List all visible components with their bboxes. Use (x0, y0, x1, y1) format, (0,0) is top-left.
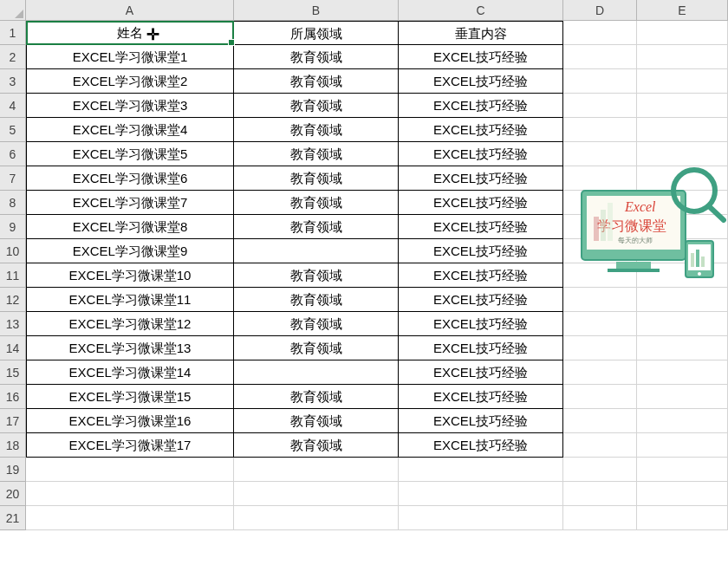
cell-C7[interactable]: EXCEL技巧经验 (399, 166, 563, 191)
cell-A21[interactable] (26, 506, 234, 530)
cell-B15[interactable] (234, 360, 399, 385)
cell-C18[interactable]: EXCEL技巧经验 (399, 433, 563, 458)
cell-E14[interactable] (637, 336, 728, 360)
cell-A16[interactable]: EXCEL学习微课堂15 (26, 385, 234, 409)
cell-A14[interactable]: EXCEL学习微课堂13 (26, 336, 234, 360)
cell-B16[interactable]: 教育领域 (234, 385, 399, 409)
cell-D1[interactable] (563, 21, 637, 45)
cell-E7[interactable] (637, 166, 728, 191)
cell-A1[interactable] (26, 21, 234, 45)
cell-B17[interactable]: 教育领域 (234, 409, 399, 433)
cell-D11[interactable] (563, 263, 637, 288)
cell-D4[interactable] (563, 94, 637, 118)
cell-A5[interactable]: EXCEL学习微课堂4 (26, 118, 234, 142)
row-header-10[interactable]: 10 (0, 239, 26, 263)
cell-B7[interactable]: 教育领域 (234, 166, 399, 191)
cell-D10[interactable] (563, 239, 637, 263)
cell-C19[interactable] (399, 458, 563, 482)
cell-E13[interactable] (637, 312, 728, 336)
cell-E1[interactable] (637, 21, 728, 45)
row-header-17[interactable]: 17 (0, 409, 26, 433)
row-header-1[interactable]: 1 (0, 21, 26, 45)
cell-E10[interactable] (637, 239, 728, 263)
cell-D12[interactable] (563, 288, 637, 312)
cell-B11[interactable]: 教育领域 (234, 263, 399, 288)
cell-E15[interactable] (637, 360, 728, 385)
cell-B2[interactable]: 教育领域 (234, 45, 399, 69)
cell-A8[interactable]: EXCEL学习微课堂7 (26, 191, 234, 215)
row-header-18[interactable]: 18 (0, 433, 26, 458)
row-header-15[interactable]: 15 (0, 360, 26, 385)
cell-B9[interactable]: 教育领域 (234, 215, 399, 239)
cell-A2[interactable]: EXCEL学习微课堂1 (26, 45, 234, 69)
row-header-4[interactable]: 4 (0, 94, 26, 118)
row-header-6[interactable]: 6 (0, 142, 26, 166)
cell-D5[interactable] (563, 118, 637, 142)
cell-D8[interactable] (563, 191, 637, 215)
cell-A3[interactable]: EXCEL学习微课堂2 (26, 69, 234, 94)
cell-A18[interactable]: EXCEL学习微课堂17 (26, 433, 234, 458)
row-header-11[interactable]: 11 (0, 263, 26, 288)
cell-C5[interactable]: EXCEL技巧经验 (399, 118, 563, 142)
cell-A4[interactable]: EXCEL学习微课堂3 (26, 94, 234, 118)
cell-B19[interactable] (234, 458, 399, 482)
cell-B18[interactable]: 教育领域 (234, 433, 399, 458)
cell-D16[interactable] (563, 385, 637, 409)
cell-C14[interactable]: EXCEL技巧经验 (399, 336, 563, 360)
cell-A13[interactable]: EXCEL学习微课堂12 (26, 312, 234, 336)
spreadsheet-grid[interactable]: ABCDE1所属领域垂直内容2EXCEL学习微课堂1教育领域EXCEL技巧经验3… (0, 0, 728, 530)
col-header-A[interactable]: A (26, 0, 234, 21)
cell-A10[interactable]: EXCEL学习微课堂9 (26, 239, 234, 263)
cell-D9[interactable] (563, 215, 637, 239)
cell-A11[interactable]: EXCEL学习微课堂10 (26, 263, 234, 288)
cell-C4[interactable]: EXCEL技巧经验 (399, 94, 563, 118)
cell-D21[interactable] (563, 506, 637, 530)
row-header-13[interactable]: 13 (0, 312, 26, 336)
cell-A9[interactable]: EXCEL学习微课堂8 (26, 215, 234, 239)
cell-E21[interactable] (637, 506, 728, 530)
cell-E20[interactable] (637, 482, 728, 506)
cell-C17[interactable]: EXCEL技巧经验 (399, 409, 563, 433)
cell-D17[interactable] (563, 409, 637, 433)
cell-D14[interactable] (563, 336, 637, 360)
cell-B5[interactable]: 教育领域 (234, 118, 399, 142)
row-header-20[interactable]: 20 (0, 482, 26, 506)
cell-C2[interactable]: EXCEL技巧经验 (399, 45, 563, 69)
cell-E8[interactable] (637, 191, 728, 215)
row-header-8[interactable]: 8 (0, 191, 26, 215)
cell-C9[interactable]: EXCEL技巧经验 (399, 215, 563, 239)
row-header-16[interactable]: 16 (0, 385, 26, 409)
cell-A6[interactable]: EXCEL学习微课堂5 (26, 142, 234, 166)
col-header-C[interactable]: C (399, 0, 563, 21)
cell-A20[interactable] (26, 482, 234, 506)
cell-D20[interactable] (563, 482, 637, 506)
row-header-21[interactable]: 21 (0, 506, 26, 530)
cell-B21[interactable] (234, 506, 399, 530)
cell-E2[interactable] (637, 45, 728, 69)
row-header-19[interactable]: 19 (0, 458, 26, 482)
cell-C8[interactable]: EXCEL技巧经验 (399, 191, 563, 215)
cell-B10[interactable] (234, 239, 399, 263)
cell-E11[interactable] (637, 263, 728, 288)
cell-E4[interactable] (637, 94, 728, 118)
cell-D15[interactable] (563, 360, 637, 385)
cell-D13[interactable] (563, 312, 637, 336)
cell-B20[interactable] (234, 482, 399, 506)
cell-C11[interactable]: EXCEL技巧经验 (399, 263, 563, 288)
col-header-E[interactable]: E (637, 0, 728, 21)
cell-E6[interactable] (637, 142, 728, 166)
cell-C20[interactable] (399, 482, 563, 506)
row-header-7[interactable]: 7 (0, 166, 26, 191)
cell-B14[interactable]: 教育领域 (234, 336, 399, 360)
cell-A17[interactable]: EXCEL学习微课堂16 (26, 409, 234, 433)
row-header-2[interactable]: 2 (0, 45, 26, 69)
cell-E18[interactable] (637, 433, 728, 458)
row-header-12[interactable]: 12 (0, 288, 26, 312)
cell-C6[interactable]: EXCEL技巧经验 (399, 142, 563, 166)
cell-E9[interactable] (637, 215, 728, 239)
cell-B3[interactable]: 教育领域 (234, 69, 399, 94)
cell-A7[interactable]: EXCEL学习微课堂6 (26, 166, 234, 191)
cell-B1[interactable]: 所属领域 (234, 21, 399, 45)
cell-B6[interactable]: 教育领域 (234, 142, 399, 166)
cell-D2[interactable] (563, 45, 637, 69)
